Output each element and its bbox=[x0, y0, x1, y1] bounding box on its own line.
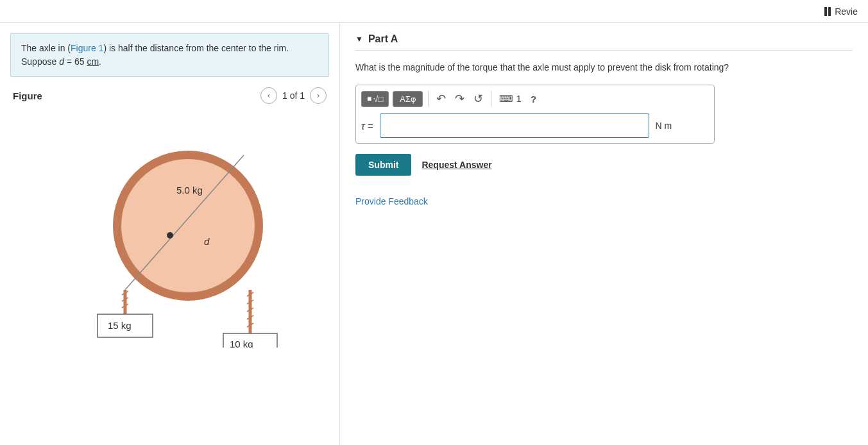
sqrt-label: √□ bbox=[373, 94, 383, 104]
figure-count: 1 of 1 bbox=[282, 90, 305, 101]
part-header: ▼ Part A bbox=[355, 33, 853, 51]
review-icon bbox=[824, 7, 831, 16]
figure-nav: ‹ 1 of 1 › bbox=[260, 87, 327, 104]
reset-button[interactable]: ↺ bbox=[471, 90, 486, 107]
figure-header: Figure ‹ 1 of 1 › bbox=[10, 87, 329, 104]
math-input-container: ■ √□ ΑΣφ ↶ ↷ ↺ ⌨ 1 ? τ = N m bbox=[355, 85, 715, 144]
top-bar: Revie bbox=[0, 0, 868, 23]
symbols-button[interactable]: ΑΣφ bbox=[393, 91, 423, 107]
submit-button[interactable]: Submit bbox=[355, 154, 411, 176]
math-templates-button[interactable]: ■ √□ bbox=[361, 91, 389, 107]
main-content: The axle in (Figure 1) is half the dista… bbox=[0, 23, 868, 445]
help-button[interactable]: ? bbox=[528, 92, 539, 106]
figure-diagram: d 5.0 kg 15 kg 10 kg bbox=[10, 110, 329, 435]
request-answer-link[interactable]: Request Answer bbox=[421, 160, 491, 170]
problem-text-box: The axle in (Figure 1) is half the dista… bbox=[10, 33, 329, 77]
answer-row: τ = N m bbox=[361, 113, 709, 138]
next-figure-button[interactable]: › bbox=[310, 87, 327, 104]
toolbar-separator-1 bbox=[428, 91, 429, 106]
svg-point-13 bbox=[167, 232, 173, 239]
unit-label: N m bbox=[656, 121, 672, 131]
right-panel: ▼ Part A What is the magnitude of the to… bbox=[340, 23, 868, 445]
left-panel: The axle in (Figure 1) is half the dista… bbox=[0, 23, 340, 445]
review-section: Revie bbox=[824, 6, 858, 17]
figure-link[interactable]: Figure 1 bbox=[71, 43, 103, 53]
part-title: Part A bbox=[368, 33, 398, 45]
left-mass-label: 15 kg bbox=[108, 320, 132, 331]
answer-input[interactable] bbox=[380, 113, 649, 138]
toolbar-separator-2 bbox=[491, 91, 491, 106]
undo-button[interactable]: ↶ bbox=[434, 90, 448, 107]
bottom-mass-label: 10 kg bbox=[230, 339, 253, 348]
part-toggle[interactable]: ▼ bbox=[355, 35, 363, 44]
redo-button[interactable]: ↷ bbox=[452, 90, 467, 107]
mass-top-label: 5.0 kg bbox=[176, 185, 203, 196]
physics-diagram: d 5.0 kg 15 kg 10 kg bbox=[51, 117, 289, 348]
feedback-link[interactable]: Provide Feedback bbox=[355, 196, 853, 206]
tau-label: τ = bbox=[361, 121, 373, 131]
d-label: d bbox=[204, 236, 210, 247]
action-row: Submit Request Answer bbox=[355, 154, 853, 176]
question-text: What is the magnitude of the torque that… bbox=[355, 61, 853, 74]
figure-label: Figure bbox=[13, 90, 42, 101]
math-toolbar: ■ √□ ΑΣφ ↶ ↷ ↺ ⌨ 1 ? bbox=[361, 90, 709, 107]
sqrt-icon: ■ bbox=[367, 94, 371, 103]
review-label: Revie bbox=[835, 6, 858, 17]
prev-figure-button[interactable]: ‹ bbox=[260, 87, 277, 104]
keyboard-button[interactable]: ⌨ 1 bbox=[497, 92, 524, 106]
